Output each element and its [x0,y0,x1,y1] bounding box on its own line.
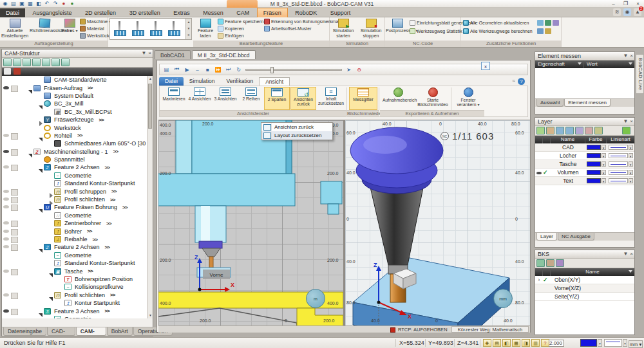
linestyle-preview[interactable] [609,145,628,150]
pin-icon[interactable]: ▼ [623,251,628,257]
grid-icon[interactable]: ▤ [493,339,501,347]
tree-item[interactable]: ZMaschineneinstellung - 1>> [2,148,147,156]
filter-icon[interactable] [629,270,632,273]
tree-item[interactable]: ⊓Profil schruppen>> [2,187,147,195]
layer-home-icon[interactable] [575,127,583,134]
inhalt-zuruecksetzen-button[interactable]: Inhalt zurücksetzen [317,87,345,110]
bobcad-live-tab[interactable]: BobCAD Live [636,54,644,94]
fast-forward-icon[interactable]: ⏩ [214,67,222,73]
tab-messen[interactable]: Messen [197,8,229,18]
pointer-icon[interactable]: ➤ [345,67,352,73]
eye-icon[interactable] [3,150,9,153]
einfuegen-button[interactable]: Einfügen [218,32,244,39]
sync-icon[interactable] [553,20,559,26]
stop-icon[interactable]: ■ [204,67,211,73]
cam-tool-icon[interactable] [61,59,70,66]
feature-laden-button[interactable]: Feature laden [194,18,216,40]
tree-item[interactable]: ↥Standard Kontur-Startpunkt [2,259,147,267]
tree-item[interactable]: YFräswerkzeuge>> [2,116,147,124]
notification-bell-icon[interactable]: ▲2 [634,8,641,16]
kopieren-button[interactable]: Kopieren [218,25,244,32]
tab-3d-erstellen[interactable]: 3D erstellen [124,8,166,18]
layer-down-icon[interactable] [565,127,574,134]
linestyle-preview[interactable] [609,153,628,158]
simulation-slider[interactable] [245,69,342,71]
snap-icon[interactable]: ✚ [483,339,491,347]
drei-ansichten-button[interactable]: 3 Ansichten [213,87,238,110]
tree-item[interactable]: System Default [2,92,147,100]
material-button[interactable]: Material [80,25,104,32]
tab-datei[interactable]: Datei [0,8,25,18]
tab-auswahl[interactable]: Auswahl [536,99,564,107]
eye-icon[interactable] [3,165,9,169]
arbeitsoffset-button[interactable]: Arbeitsoffset-Muster [264,25,312,32]
menu-item-layout-zuruecksetzen[interactable]: Layout zurücksetzen [261,131,332,140]
eye-icon[interactable] [3,237,9,241]
window-icon[interactable]: ◧ [35,1,42,6]
eye-icon[interactable] [536,172,542,174]
linestyle-dropdown[interactable]: ▾ [629,170,633,175]
sim-tab-datei[interactable]: Datei [159,77,184,86]
filter-icon[interactable] [629,62,632,65]
linestyle-dropdown[interactable]: ▾ [629,178,633,183]
pause-icon[interactable]: – [194,67,201,73]
tab-element-messen[interactable]: Element messen [564,99,611,107]
loop-icon[interactable]: ↻ [235,67,242,73]
tree-item[interactable]: ▦BC_3x_Mill.BCPst [2,108,147,116]
cam-tool-icon[interactable] [32,59,41,66]
linestyle-dropdown[interactable]: ▾ [629,153,633,158]
linestyle-dropdown[interactable]: ▾ [629,145,633,150]
linestyle-dropdown[interactable]: ▾ [623,339,627,347]
tab-support[interactable]: Support [325,8,357,18]
measure-ball[interactable]: mm [493,289,513,308]
undo-icon[interactable]: ↶ [44,1,50,6]
eye-icon[interactable] [3,221,9,224]
cam-tool-icon[interactable] [52,59,60,66]
vier-ansichten-button[interactable]: 4 Ansichten [187,87,213,110]
werkstueck-button[interactable]: Werkstück [80,32,109,39]
ansichten-zurueck-button[interactable]: Ansichten zurück [290,87,316,110]
zwei-spalten-button[interactable]: 2 Spalten [264,87,290,110]
color-dropdown[interactable]: ▾ [601,178,606,183]
sim-close-button[interactable]: x [481,62,490,70]
tree-item[interactable]: ~Geometrie [2,252,147,259]
select-icon[interactable]: ◨ [522,339,530,347]
richtlinienassistent-button[interactable]: Richtlinienassistent [30,18,59,40]
viewport-iso[interactable]: Z X NC 1/11 603 mm 40.0040.080.0 60.040.… [345,120,530,326]
color-swatch[interactable] [587,161,601,167]
pin-icon[interactable]: ▼ [623,118,628,124]
report-icon[interactable]: ▤ [163,67,170,73]
export-icon[interactable] [545,20,551,26]
fenster-verankern-button[interactable]: Fenster verankern [453,87,483,110]
cam-tool-icon[interactable] [13,59,21,66]
color-swatch[interactable] [587,178,601,183]
options-icon[interactable]: ≋ [613,8,621,16]
view-icon[interactable]: ◉ [623,8,631,16]
color-dropdown[interactable]: ▾ [601,153,606,158]
layer-refresh-icon[interactable] [622,127,630,134]
eye-icon[interactable] [3,86,9,89]
feature-speichern-button[interactable]: Feature speichern [218,18,263,25]
tree-item[interactable]: ◪Geometrie [2,315,147,318]
tree-item[interactable]: Fräsen-Auftrag>> [2,84,147,91]
tree-item[interactable]: Schmiedbares Alum 605°-O [30 HB] [2,140,147,147]
sim-tab-verifikation[interactable]: Verifikation [221,77,260,86]
web-globe-icon[interactable]: ● [69,1,75,6]
messgitter-button[interactable]: Messgitter [349,87,377,110]
tree-item[interactable]: ~Geometrie [2,172,147,179]
post-column-icon[interactable] [14,68,21,75]
tree-item[interactable]: ↥Kontur Startpunkt [2,299,147,307]
layer-move-icon[interactable] [594,127,603,134]
eye-icon[interactable] [3,270,9,273]
color-swatch[interactable] [587,145,601,150]
menu-item-ansichten-zurueck[interactable]: Ansichten zurück [261,123,332,131]
tab-ausgangsleiste[interactable]: Ausgangsleiste [27,8,78,18]
tree-item[interactable]: 2Feature 2 Achsen>> [2,163,147,171]
color-dropdown[interactable]: ▾ [601,161,606,167]
tree-scrollbar[interactable]: ▲ ▼ [147,76,153,318]
cam-tool-icon[interactable] [3,59,12,66]
linestyle-preview[interactable] [609,161,628,167]
bks-row-active[interactable]: ›Oben(X/Y) [535,276,634,284]
tree-item[interactable]: 2Feature 2 Achsen>> [2,243,147,251]
tree-item[interactable]: CAM-Standardwerte [2,76,147,84]
